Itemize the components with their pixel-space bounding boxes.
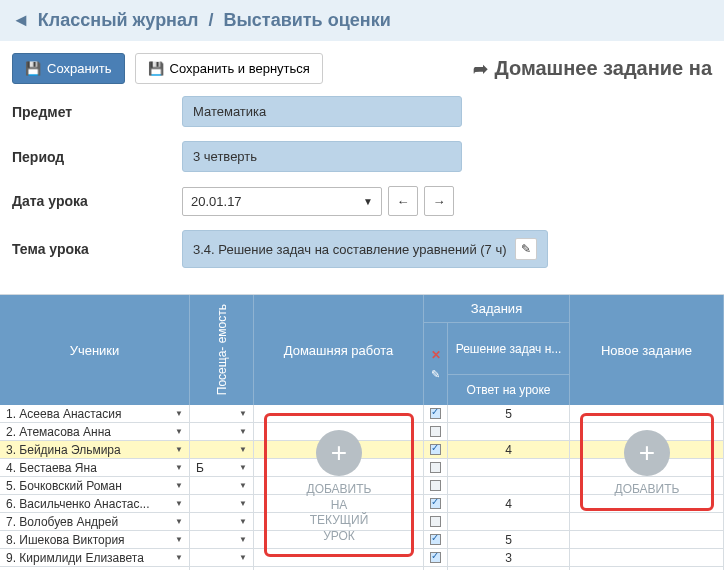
student-name: 7. Волобуев Андрей [6, 515, 118, 529]
student-name: 3. Бейдина Эльмира [6, 443, 121, 457]
grades-grid: Ученики Посеща- емость Домашняя работа З… [0, 294, 724, 570]
period-value[interactable]: 3 четверть [182, 141, 462, 172]
task-actions: ✕ ✎ [424, 323, 448, 405]
attendance-cell[interactable]: ▼ [190, 477, 254, 494]
grade-cell[interactable]: 4 [448, 441, 570, 458]
grid-header: Ученики Посеща- емость Домашняя работа З… [0, 295, 724, 405]
student-cell[interactable]: 5. Бочковский Роман▼ [0, 477, 190, 494]
edit-topic-button[interactable]: ✎ [515, 238, 537, 260]
chevron-down-icon: ▼ [175, 517, 183, 526]
grade-cell[interactable] [448, 477, 570, 494]
chevron-down-icon: ▼ [239, 445, 247, 454]
student-cell[interactable]: 2. Атемасова Анна▼ [0, 423, 190, 440]
attendance-header: Посеща- емость [190, 295, 254, 405]
attendance-cell[interactable]: ▼ [190, 513, 254, 530]
checkbox-icon[interactable] [430, 408, 441, 419]
attendance-value: Б [196, 461, 204, 475]
chevron-down-icon: ▼ [175, 463, 183, 472]
attendance-header-text: Посеща- емость [215, 304, 229, 395]
breadcrumb-part2: Выставить оценки [223, 10, 390, 31]
date-next-button[interactable]: → [424, 186, 454, 216]
checkbox-icon[interactable] [430, 498, 441, 509]
attendance-cell[interactable]: ▼ [190, 549, 254, 566]
task-name[interactable]: Решение задач н... [448, 323, 569, 375]
subject-value[interactable]: Математика [182, 96, 462, 127]
student-cell[interactable]: 4. Бестаева Яна▼ [0, 459, 190, 476]
grade-cell[interactable]: 4 [448, 495, 570, 512]
pencil-icon: ✎ [521, 242, 531, 256]
breadcrumb-part1[interactable]: Классный журнал [38, 10, 199, 31]
topic-value-pill: 3.4. Решение задач на составление уравне… [182, 230, 548, 268]
back-icon[interactable]: ◄ [12, 10, 30, 31]
task-checkbox-cell[interactable] [424, 531, 448, 548]
save-return-label: Сохранить и вернуться [170, 61, 310, 76]
task-checkbox-cell[interactable] [424, 477, 448, 494]
save-label: Сохранить [47, 61, 112, 76]
checkbox-icon[interactable] [430, 444, 441, 455]
task-checkbox-cell[interactable] [424, 423, 448, 440]
chevron-down-icon: ▼ [363, 196, 373, 207]
checkbox-icon[interactable] [430, 462, 441, 473]
student-name: 6. Васильченко Анастас... [6, 497, 149, 511]
task-checkbox-cell[interactable] [424, 513, 448, 530]
checkbox-icon[interactable] [430, 480, 441, 491]
add-new-task-box[interactable]: +ДОБАВИТЬ [580, 413, 714, 511]
checkbox-icon[interactable] [430, 552, 441, 563]
breadcrumb: ◄ Классный журнал / Выставить оценки [0, 0, 724, 41]
task-checkbox-cell[interactable] [424, 459, 448, 476]
pencil-icon[interactable]: ✎ [431, 368, 440, 381]
period-label: Период [12, 149, 182, 165]
breadcrumb-sep: / [208, 10, 213, 31]
task-checkbox-cell[interactable] [424, 441, 448, 458]
student-cell[interactable]: 9. Киримлиди Елизавета▼ [0, 549, 190, 566]
date-select[interactable]: 20.01.17 ▼ [182, 187, 382, 216]
attendance-cell[interactable]: ▼ [190, 441, 254, 458]
chevron-down-icon: ▼ [175, 553, 183, 562]
student-cell[interactable]: 7. Волобуев Андрей▼ [0, 513, 190, 530]
save-button[interactable]: 💾 Сохранить [12, 53, 125, 84]
grade-cell[interactable]: 5 [448, 405, 570, 422]
student-cell[interactable]: 3. Бейдина Эльмира▼ [0, 441, 190, 458]
grade-cell[interactable] [448, 459, 570, 476]
task-checkbox-cell[interactable] [424, 549, 448, 566]
date-prev-button[interactable]: ← [388, 186, 418, 216]
close-icon[interactable]: ✕ [431, 348, 441, 362]
save-icon: 💾 [25, 61, 41, 76]
checkbox-icon[interactable] [430, 534, 441, 545]
attendance-cell[interactable]: ▼ [190, 531, 254, 548]
new-task-header: Новое задание [570, 295, 724, 405]
grade-cell[interactable] [448, 423, 570, 440]
chevron-down-icon: ▼ [239, 553, 247, 562]
task-checkbox-cell[interactable] [424, 405, 448, 422]
chevron-down-icon: ▼ [239, 535, 247, 544]
plus-icon: + [624, 430, 670, 476]
student-cell[interactable]: 1. Асеева Анастасия▼ [0, 405, 190, 422]
task-checkbox-cell[interactable] [424, 495, 448, 512]
topic-label: Тема урока [12, 241, 182, 257]
checkbox-icon[interactable] [430, 426, 441, 437]
checkbox-icon[interactable] [430, 516, 441, 527]
date-label: Дата урока [12, 193, 182, 209]
arrow-right-icon: ➦ [473, 58, 488, 80]
tasks-header-group: Задания ✕ ✎ Решение задач н... Ответ на … [424, 295, 570, 405]
attendance-cell[interactable]: Б▼ [190, 459, 254, 476]
subject-label: Предмет [12, 104, 182, 120]
grade-cell[interactable] [448, 513, 570, 530]
grade-cell[interactable]: 3 [448, 549, 570, 566]
attendance-cell[interactable]: ▼ [190, 495, 254, 512]
chevron-down-icon: ▼ [175, 409, 183, 418]
student-cell[interactable]: 6. Васильченко Анастас...▼ [0, 495, 190, 512]
attendance-cell[interactable]: ▼ [190, 423, 254, 440]
students-header: Ученики [0, 295, 190, 405]
chevron-down-icon: ▼ [239, 517, 247, 526]
student-cell[interactable]: 8. Ишекова Виктория▼ [0, 531, 190, 548]
arrow-left-icon: ← [397, 194, 410, 209]
toolbar: 💾 Сохранить 💾 Сохранить и вернуться ➦ До… [0, 41, 724, 96]
grade-cell[interactable]: 5 [448, 531, 570, 548]
chevron-down-icon: ▼ [239, 409, 247, 418]
homework-link[interactable]: ➦ Домашнее задание на [473, 57, 712, 80]
date-value: 20.01.17 [191, 194, 242, 209]
attendance-cell[interactable]: ▼ [190, 405, 254, 422]
save-return-button[interactable]: 💾 Сохранить и вернуться [135, 53, 323, 84]
add-homework-box[interactable]: +ДОБАВИТЬНАТЕКУЩИЙУРОК [264, 413, 414, 557]
